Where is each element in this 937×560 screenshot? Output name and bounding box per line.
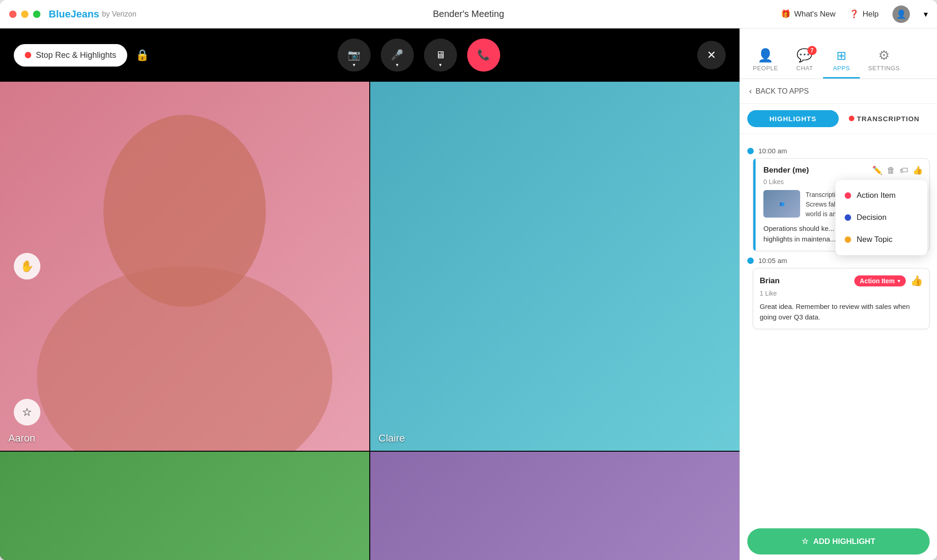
video-controls: 📷 ▾ 🎤 ▾ 🖥 ▾ 📞 xyxy=(338,39,500,72)
tab-settings-label: SETTINGS xyxy=(868,65,900,72)
screenshare-btn[interactable]: 🖥 ▾ xyxy=(424,39,457,72)
hand-raise-btn[interactable]: ✋ xyxy=(14,253,40,280)
action-item-badge-label: Action Item xyxy=(860,277,895,285)
maximize-window-btn[interactable] xyxy=(33,11,40,18)
delete-icon[interactable]: 🗑 xyxy=(887,166,895,175)
dropdown-decision[interactable]: Decision xyxy=(835,207,927,229)
time-dot-2 xyxy=(747,258,754,264)
time-label-1: 10:00 am xyxy=(758,147,787,155)
tab-chat[interactable]: 💬 CHAT 7 xyxy=(786,42,823,78)
svg-point-1 xyxy=(37,266,332,451)
end-call-icon: 📞 xyxy=(477,49,490,61)
end-call-btn[interactable]: 📞 xyxy=(467,39,500,72)
action-item-label: Action Item xyxy=(857,191,896,200)
help-btn[interactable]: ❓ Help xyxy=(849,9,879,19)
avatar: 👤 xyxy=(892,6,910,23)
tag-dropdown-menu: Action Item Decision New T xyxy=(835,180,927,255)
card-header-2: Brian Action Item ▾ 👍 xyxy=(760,275,923,287)
camera-btn[interactable]: 📷 ▾ xyxy=(338,39,371,72)
microphone-btn[interactable]: 🎤 ▾ xyxy=(381,39,414,72)
thumbsup-btn-2[interactable]: 👍 xyxy=(910,275,923,287)
tab-people-label: PEOPLE xyxy=(753,65,778,72)
panel-content: ‹ BACK TO APPS HIGHLIGHTS TRANSCRIPTION xyxy=(740,79,937,560)
action-item-dot xyxy=(845,192,851,199)
transcription-toggle-btn[interactable]: TRANSCRIPTION xyxy=(839,110,930,127)
main-content: Stop Rec & Highlights 🔒 📷 ▾ 🎤 ▾ 🖥 ▾ xyxy=(0,28,937,560)
meeting-title: Bender's Meeting xyxy=(433,9,504,19)
new-topic-dot xyxy=(845,236,851,243)
video-top-bar: Stop Rec & Highlights 🔒 📷 ▾ 🎤 ▾ 🖥 ▾ xyxy=(0,28,739,82)
panel-tabs: 👤 PEOPLE 💬 CHAT 7 ⊞ APPS ⚙ SETTINGS xyxy=(740,28,937,79)
screenshare-icon: 🖥 xyxy=(435,49,446,61)
highlight-card-2: Brian Action Item ▾ 👍 1 Like Great idea.… xyxy=(753,268,930,329)
highlights-toggle-btn[interactable]: HIGHLIGHTS xyxy=(747,110,839,127)
stop-rec-label: Stop Rec & Highlights xyxy=(36,50,116,60)
camera-icon: 📷 xyxy=(348,49,360,61)
help-icon: ❓ xyxy=(849,9,859,19)
title-bar: BlueJeans by Verizon Bender's Meeting 🎁 … xyxy=(0,0,937,28)
person-image-brian xyxy=(370,452,739,560)
thumbsup-icon-1[interactable]: 👍 xyxy=(913,165,923,175)
time-marker-1: 10:00 am xyxy=(747,147,930,155)
highlights-label: HIGHLIGHTS xyxy=(769,115,817,123)
close-panel-btn[interactable]: ✕ xyxy=(697,41,726,69)
card-likes-2: 1 Like xyxy=(760,290,923,297)
participant-name-claire: Claire xyxy=(378,432,405,444)
chat-badge: 7 xyxy=(807,46,817,55)
video-area: Stop Rec & Highlights 🔒 📷 ▾ 🎤 ▾ 🖥 ▾ xyxy=(0,28,739,560)
card-accent-1 xyxy=(753,159,756,251)
video-cell-aaron: ✋ ☆ Aaron xyxy=(0,82,369,451)
brand-by: by Verizon xyxy=(102,10,136,18)
person-image-andrew xyxy=(0,452,369,560)
action-item-badge[interactable]: Action Item ▾ xyxy=(854,275,906,286)
tag-icon[interactable]: 🏷 xyxy=(900,166,908,175)
highlight-card-1: Bender (me) ✏️ 🗑 🏷 👍 xyxy=(753,158,930,251)
card-author-1: Bender (me) xyxy=(763,166,809,175)
action-badge-chevron-icon: ▾ xyxy=(897,278,900,284)
tab-chat-label: CHAT xyxy=(796,65,813,72)
window-controls xyxy=(9,11,40,18)
add-highlight-label: ADD HIGHLIGHT xyxy=(813,537,875,546)
time-label-2: 10:05 am xyxy=(758,257,787,264)
right-panel: 👤 PEOPLE 💬 CHAT 7 ⊞ APPS ⚙ SETTINGS xyxy=(739,28,937,560)
whats-new-btn[interactable]: 🎁 What's New xyxy=(781,9,835,19)
participant-name-aaron: Aaron xyxy=(8,432,35,444)
video-grid: ✋ ☆ Aaron Claire Andrew Brian xyxy=(0,82,739,560)
tab-people[interactable]: 👤 PEOPLE xyxy=(745,42,786,78)
settings-icon: ⚙ xyxy=(878,48,890,63)
lock-btn[interactable]: 🔒 xyxy=(135,49,149,62)
back-to-apps-btn[interactable]: ‹ BACK TO APPS xyxy=(740,79,937,104)
dropdown-action-item[interactable]: Action Item xyxy=(835,185,927,207)
add-highlight-btn[interactable]: ☆ ADD HIGHLIGHT xyxy=(747,528,930,554)
stop-rec-button[interactable]: Stop Rec & Highlights xyxy=(14,44,127,67)
video-cell-andrew: Andrew xyxy=(0,452,369,560)
tab-settings[interactable]: ⚙ SETTINGS xyxy=(860,42,908,78)
transcription-label: TRANSCRIPTION xyxy=(857,115,920,123)
dropdown-new-topic[interactable]: New Topic xyxy=(835,229,927,251)
highlights-feed: 10:00 am Bender (me) ✏️ 🗑 🏷 � xyxy=(740,134,937,523)
card-body-2: Great idea. Remember to review with sale… xyxy=(760,302,923,322)
minimize-window-btn[interactable] xyxy=(21,11,28,18)
apps-icon: ⊞ xyxy=(836,49,847,63)
person-image-claire xyxy=(370,82,739,451)
edit-icon[interactable]: ✏️ xyxy=(872,165,882,175)
brand-logo: BlueJeans by Verizon xyxy=(49,8,136,20)
brand-name: BlueJeans xyxy=(49,8,99,20)
decision-dot xyxy=(845,214,851,221)
decision-label: Decision xyxy=(857,213,886,222)
tab-apps[interactable]: ⊞ APPS xyxy=(823,43,860,78)
people-icon: 👤 xyxy=(757,48,774,63)
star-btn[interactable]: ☆ xyxy=(14,399,40,426)
back-arrow-icon: ‹ xyxy=(749,86,752,96)
avatar-chevron-btn[interactable]: ▾ xyxy=(924,9,928,19)
transcription-live-dot xyxy=(849,116,854,121)
time-dot-1 xyxy=(747,148,754,154)
close-window-btn[interactable] xyxy=(9,11,17,18)
whats-new-label: What's New xyxy=(794,10,835,19)
title-bar-right: 🎁 What's New ❓ Help 👤 ▾ xyxy=(781,6,928,23)
card-actions-2: Action Item ▾ 👍 xyxy=(854,275,923,287)
screen-chevron-icon: ▾ xyxy=(439,62,442,68)
toggle-bar: HIGHLIGHTS TRANSCRIPTION xyxy=(740,104,937,134)
back-to-apps-label: BACK TO APPS xyxy=(756,87,809,95)
help-label: Help xyxy=(863,10,879,19)
